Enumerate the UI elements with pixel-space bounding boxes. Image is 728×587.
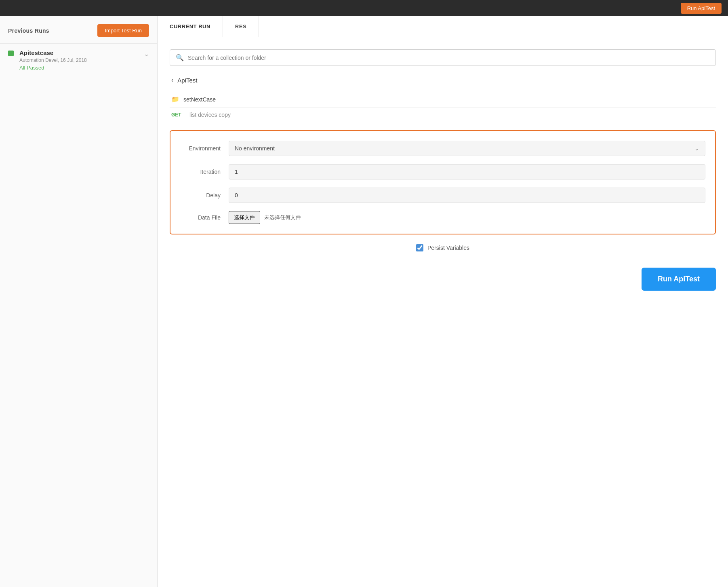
search-container: 🔍: [170, 49, 716, 66]
tab-current-run[interactable]: CURRENT RUN: [158, 16, 223, 37]
persist-variables-row: Persist Variables: [170, 244, 716, 251]
method-badge: GET: [171, 112, 185, 118]
panel-tabs: CURRENT RUN RES: [158, 16, 728, 37]
back-icon[interactable]: ‹: [171, 76, 173, 84]
persist-variables-checkbox[interactable]: [416, 244, 423, 251]
chevron-down-icon: ⌄: [694, 145, 699, 152]
delay-label: Delay: [180, 192, 229, 198]
run-apitest-button[interactable]: Run ApiTest: [642, 268, 716, 291]
environment-select-wrapper[interactable]: No environment ⌄: [229, 141, 705, 156]
data-file-label: Data File: [180, 214, 229, 221]
choose-file-button[interactable]: 选择文件: [229, 211, 260, 224]
run-status-indicator: [8, 51, 14, 56]
data-file-row: Data File 选择文件 未选择任何文件: [180, 211, 705, 224]
environment-value: No environment: [235, 145, 275, 152]
folder-item[interactable]: 📁 setNextCase: [170, 91, 716, 108]
run-item-status: All Passed: [19, 65, 141, 71]
tab-res[interactable]: RES: [223, 16, 259, 37]
top-bar: Run ApiTest: [0, 0, 728, 16]
folder-icon: 📁: [171, 95, 179, 103]
data-file-controls: 选择文件 未选择任何文件: [229, 211, 301, 224]
config-section: Environment No environment ⌄ Iteration: [170, 130, 716, 234]
sidebar-title: Previous Runs: [8, 27, 49, 34]
run-item[interactable]: Apitestcase Automation Devel, 16 Jul, 20…: [0, 43, 157, 76]
iteration-label: Iteration: [180, 169, 229, 175]
collection-nav: ‹ ApiTest: [170, 72, 716, 88]
right-panel: CURRENT RUN RES 🔍 ‹ ApiTest 📁 setNextCas…: [158, 16, 728, 587]
request-name: list devices copy: [189, 112, 231, 118]
environment-label: Environment: [180, 145, 229, 152]
request-item[interactable]: GET list devices copy: [170, 108, 716, 122]
sidebar-header: Previous Runs Import Test Run: [0, 16, 157, 43]
run-item-content: Apitestcase Automation Devel, 16 Jul, 20…: [19, 49, 141, 71]
environment-select[interactable]: No environment ⌄: [229, 141, 705, 156]
import-test-run-button[interactable]: Import Test Run: [97, 24, 149, 37]
delay-input[interactable]: [229, 188, 705, 203]
run-item-subtitle: Automation Devel, 16 Jul, 2018: [19, 57, 141, 63]
collection-name: ApiTest: [177, 77, 197, 84]
run-button-row: Run ApiTest: [170, 268, 716, 291]
search-icon: 🔍: [176, 54, 184, 61]
iteration-row: Iteration: [180, 164, 705, 179]
main-layout: Previous Runs Import Test Run Apitestcas…: [0, 16, 728, 587]
no-file-text: 未选择任何文件: [264, 214, 301, 221]
search-input[interactable]: [188, 55, 710, 61]
run-item-name: Apitestcase: [19, 49, 141, 56]
iteration-input[interactable]: [229, 164, 705, 179]
sidebar: Previous Runs Import Test Run Apitestcas…: [0, 16, 158, 587]
folder-name: setNextCase: [183, 96, 216, 103]
chevron-down-icon: ⌄: [144, 50, 149, 58]
delay-row: Delay: [180, 188, 705, 203]
persist-variables-label: Persist Variables: [427, 245, 469, 251]
top-run-button[interactable]: Run ApiTest: [681, 3, 722, 14]
environment-row: Environment No environment ⌄: [180, 141, 705, 156]
panel-content: 🔍 ‹ ApiTest 📁 setNextCase GET list devic…: [158, 37, 728, 587]
